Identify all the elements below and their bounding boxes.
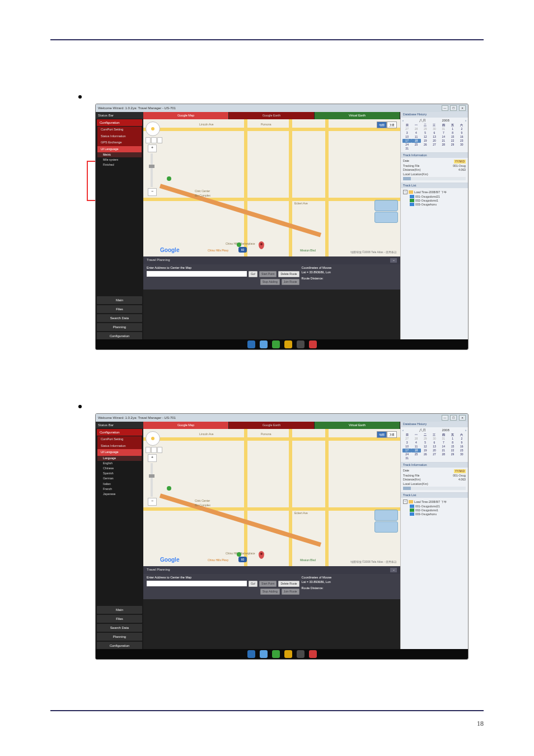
- zoom-slider[interactable]: [151, 153, 153, 187]
- join-route-button[interactable]: Join Route: [282, 589, 299, 595]
- collapse-icon[interactable]: ⌄: [390, 258, 397, 263]
- travel-planning-header[interactable]: Travel Planning ⌄: [143, 566, 400, 574]
- sidebar-item-gps-exchange[interactable]: GPS Exchange: [97, 139, 142, 146]
- zoom-in-icon[interactable]: +: [148, 144, 157, 152]
- sidebar-sub-japanese[interactable]: Japanese: [97, 492, 142, 497]
- scrollbar[interactable]: [403, 177, 466, 180]
- tree-toggle-icon[interactable]: −: [403, 500, 407, 504]
- calendar-header[interactable]: ‹ 八月 2008 ›: [401, 118, 468, 123]
- sidebar-button-config[interactable]: Configuration: [97, 332, 142, 340]
- cal-prev-icon[interactable]: ‹: [402, 428, 404, 432]
- scrollbar[interactable]: [403, 487, 466, 490]
- map-mode-sat[interactable]: 卫星: [387, 431, 397, 438]
- iconstrip-icon[interactable]: [297, 340, 305, 348]
- iconstrip-close-icon[interactable]: [309, 340, 317, 348]
- sidebar-button-files[interactable]: Files: [97, 615, 142, 623]
- sidebar-category[interactable]: Configuration: [97, 429, 142, 436]
- sidebar-sub-finished[interactable]: Finished: [97, 162, 142, 167]
- sidebar-sub-italian[interactable]: Italian: [97, 482, 142, 487]
- map-controls[interactable]: + −: [146, 431, 162, 493]
- sidebar-sub-english[interactable]: English: [97, 461, 142, 466]
- sidebar-button-files[interactable]: Files: [97, 305, 142, 313]
- maximize-icon[interactable]: ☐: [450, 415, 457, 421]
- tree-item[interactable]: 001-Osugodunsi21: [403, 195, 466, 198]
- tree-item[interactable]: 003-Osugwhonu: [403, 203, 466, 206]
- tree-item[interactable]: 002-Osugodunsi1: [403, 508, 466, 512]
- iconstrip-icon[interactable]: [260, 340, 268, 348]
- minimize-icon[interactable]: —: [442, 415, 448, 421]
- sidebar-sub-chinese[interactable]: Chinese: [97, 466, 142, 471]
- sidebar-button-main[interactable]: Main: [97, 296, 142, 304]
- cal-prev-icon[interactable]: ‹: [402, 119, 404, 122]
- tab-virtual-earth[interactable]: Virtual Earth: [315, 112, 400, 119]
- map-mode-map[interactable]: 地图: [377, 431, 387, 438]
- address-input[interactable]: [147, 581, 247, 586]
- iconstrip-icon[interactable]: [284, 650, 292, 658]
- tree-item[interactable]: 003-Osugwhonu: [403, 512, 466, 516]
- map-pin-icon[interactable]: [259, 241, 264, 249]
- sidebar-button-main[interactable]: Main: [97, 606, 142, 614]
- iconstrip-icon[interactable]: [272, 340, 280, 348]
- sidebar-sub-language[interactable]: Language: [97, 456, 142, 461]
- sidebar-button-search[interactable]: Search Data: [97, 314, 142, 322]
- go-button[interactable]: Go!: [249, 581, 257, 587]
- cal-next-icon[interactable]: ›: [465, 119, 466, 122]
- calendar-grid[interactable]: 日一二三四五六 272829303112 3456789 10111213141…: [401, 433, 468, 462]
- iconstrip-icon[interactable]: [297, 650, 305, 658]
- delete-route-button[interactable]: Delete Route: [278, 271, 299, 277]
- sidebar-sub-german[interactable]: German: [97, 476, 142, 481]
- calendar-grid[interactable]: 日一二三四五六 272829303112 3456789 10111213141…: [401, 123, 468, 152]
- sidebar-button-planning[interactable]: Planning: [97, 633, 142, 641]
- sidebar-item-comport[interactable]: ComPort Setting: [97, 127, 142, 133]
- iconstrip-icon[interactable]: [260, 650, 268, 658]
- map-viewport[interactable]: Lincoln Ave Pomona Civic Center Biz Comp…: [143, 429, 400, 566]
- collapse-icon[interactable]: ⌄: [390, 568, 397, 572]
- close-icon[interactable]: ✕: [459, 415, 466, 421]
- sidebar-item-ui-language[interactable]: UI Language: [97, 449, 142, 456]
- iconstrip-close-icon[interactable]: [309, 650, 317, 658]
- calendar-header[interactable]: ‹ 八月 2008 ›: [401, 427, 468, 433]
- sidebar-item-comport[interactable]: ComPort Setting: [97, 436, 142, 443]
- start-point-button[interactable]: Start Point: [259, 271, 277, 277]
- window-controls[interactable]: — ☐ ✕: [441, 415, 466, 421]
- map-mode-switch[interactable]: 地图 卫星: [377, 431, 397, 438]
- tree-toggle-icon[interactable]: −: [403, 190, 407, 194]
- delete-route-button[interactable]: Delete Route: [278, 581, 299, 587]
- sidebar-button-search[interactable]: Search Data: [97, 624, 142, 632]
- sidebar-item-status[interactable]: Status Information: [97, 443, 142, 450]
- go-button[interactable]: Go!: [249, 271, 257, 277]
- maximize-icon[interactable]: ☐: [450, 105, 457, 111]
- close-icon[interactable]: ✕: [459, 105, 466, 111]
- window-controls[interactable]: — ☐ ✕: [441, 105, 466, 111]
- iconstrip-icon[interactable]: [272, 650, 280, 658]
- sidebar-item-status[interactable]: Status Information: [97, 133, 142, 140]
- pan-control-icon[interactable]: [146, 431, 160, 446]
- iconstrip-icon[interactable]: [247, 340, 255, 348]
- tree-root[interactable]: − Load Time-2008/8/7 下午: [403, 190, 466, 194]
- tab-google-earth[interactable]: Google Earth: [229, 112, 314, 119]
- stop-adding-button[interactable]: Stop Adding: [260, 279, 280, 285]
- sidebar-sub-spanish[interactable]: Spanish: [97, 471, 142, 476]
- map-viewport[interactable]: Lincoln Ave Pomona Civic Center Biz Comp…: [143, 119, 400, 256]
- map-controls[interactable]: + −: [146, 122, 162, 183]
- sidebar-button-planning[interactable]: Planning: [97, 323, 142, 331]
- address-input[interactable]: [147, 271, 247, 277]
- map-mode-sat[interactable]: 卫星: [387, 122, 397, 128]
- pan-control-icon[interactable]: [146, 122, 160, 136]
- iconstrip-icon[interactable]: [284, 340, 292, 348]
- zoom-slider[interactable]: [151, 463, 153, 497]
- sidebar-category[interactable]: Configuration: [97, 119, 142, 126]
- tab-google-map[interactable]: Google Map: [143, 112, 228, 119]
- cal-next-icon[interactable]: ›: [465, 428, 466, 432]
- tab-google-map[interactable]: Google Map: [143, 422, 228, 429]
- join-route-button[interactable]: Join Route: [282, 279, 299, 285]
- minimize-icon[interactable]: —: [442, 105, 448, 111]
- stop-adding-button[interactable]: Stop Adding: [260, 589, 280, 595]
- tab-google-earth[interactable]: Google Earth: [229, 422, 314, 429]
- start-point-button[interactable]: Start Point: [259, 581, 277, 587]
- tree-root[interactable]: − Load Time-2008/8/7 下午: [403, 500, 466, 504]
- zoom-in-icon[interactable]: +: [148, 454, 157, 462]
- iconstrip-icon[interactable]: [247, 650, 255, 658]
- map-mode-switch[interactable]: 地图 卫星: [377, 122, 397, 128]
- map-mode-map[interactable]: 地图: [377, 122, 387, 128]
